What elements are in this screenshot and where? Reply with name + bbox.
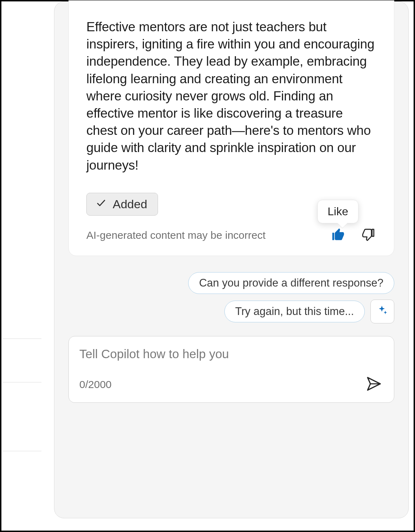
app-frame: Effective mentors are not just teachers …: [0, 0, 415, 532]
like-button[interactable]: [330, 227, 347, 244]
message-footer-row: AI-generated content may be incorrect Li…: [86, 227, 376, 244]
suggestion-try-again[interactable]: Try again, but this time...: [224, 301, 365, 322]
left-rail-divider: [3, 451, 41, 451]
added-status-pill[interactable]: Added: [86, 193, 158, 216]
assistant-message: Effective mentors are not just teachers …: [68, 0, 394, 256]
composer-bottom-row: 0/2000: [79, 375, 383, 394]
suggestion-different-response[interactable]: Can you provide a different response?: [188, 272, 394, 294]
suggestion-sparkle-button[interactable]: [370, 300, 394, 323]
check-icon: [96, 197, 106, 211]
added-label: Added: [113, 197, 147, 211]
suggestion-row-2: Try again, but this time...: [224, 300, 394, 323]
sparkle-icon: [376, 305, 388, 318]
left-rail-divider: [3, 382, 41, 382]
like-tooltip: Like: [317, 200, 358, 223]
send-icon: [365, 375, 382, 393]
character-counter: 0/2000: [79, 379, 112, 390]
feedback-group: Like: [330, 227, 376, 244]
ai-disclaimer-text: AI-generated content may be incorrect: [86, 229, 265, 241]
thumbs-up-icon: [331, 227, 346, 243]
composer: 0/2000: [68, 336, 394, 403]
dislike-button[interactable]: [360, 227, 376, 244]
like-tooltip-label: Like: [328, 205, 348, 218]
thumbs-down-icon: [361, 228, 375, 243]
left-rail-divider: [3, 339, 41, 339]
send-button[interactable]: [364, 375, 383, 394]
assistant-message-text: Effective mentors are not just teachers …: [86, 18, 376, 174]
suggestions-group: Can you provide a different response? Tr…: [68, 272, 394, 323]
composer-input[interactable]: [79, 347, 383, 361]
copilot-panel: Effective mentors are not just teachers …: [54, 1, 409, 518]
